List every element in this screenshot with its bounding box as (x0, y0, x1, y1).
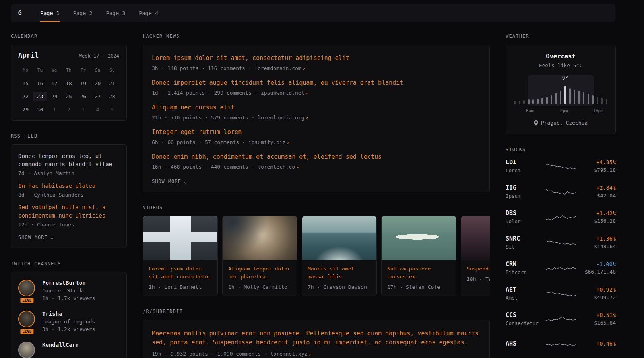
section-title-stocks: STOCKS (506, 147, 616, 152)
weather-hour-bar (588, 94, 589, 104)
external-link-icon[interactable]: ↗ (308, 351, 311, 357)
subreddit-widget: /R/SUBREDDIT Maecenas mollis pulvinar er… (143, 309, 490, 358)
videos-row: Lorem ipsum dolor sit amet consectetu… 1… (143, 216, 490, 296)
location-pin-icon (534, 120, 538, 126)
stock-row[interactable]: DBS Dolor +1.42% $156.28 (506, 209, 616, 225)
live-badge: LIVE (19, 328, 34, 335)
chevron-down-icon: ⌄ (50, 235, 54, 239)
weather-widget: WEATHER Overcast Feels like 5°C 9° 6am2p… (506, 33, 616, 134)
video-title[interactable]: Lorem ipsum dolor sit amet consectetu… (149, 265, 212, 281)
hn-meta-text: 3h · 148 points · 116 comments · loremdo… (152, 65, 301, 71)
video-title[interactable]: Aliquam tempor dolor nec pharetra… (228, 265, 291, 281)
calendar-day: 2 (62, 105, 76, 115)
channel-name[interactable]: Trisha (42, 311, 95, 317)
section-title-weather: WEATHER (506, 33, 616, 39)
app-logo[interactable]: G (11, 4, 29, 22)
video-thumbnail (382, 216, 456, 260)
weather-time-label: 2pm (560, 108, 568, 113)
stock-row[interactable]: AET Amet +0.92% $499.72 (506, 285, 616, 302)
stock-name: Bitcorn (506, 269, 545, 275)
stock-name: Consectetur (506, 320, 545, 326)
rss-widget: RSS FEED Donec tempor eros leo, ut commo… (11, 133, 127, 248)
twitch-channel[interactable]: KendallCarr (18, 342, 119, 358)
calendar-day: 29 (18, 105, 33, 115)
channel-info: Trisha League of Legends 3h · 1.2k viewe… (42, 311, 95, 332)
external-link-icon[interactable]: ↗ (287, 140, 290, 145)
stock-row[interactable]: LDI Lorem +4.35% $795.18 (506, 158, 616, 174)
video-card[interactable]: Suspendis diam 18h · Tara (461, 216, 490, 296)
tab-page-4[interactable]: Page 4 (132, 4, 165, 22)
stock-row[interactable]: CCS Consectetur +0.51% $165.84 (506, 311, 616, 327)
rss-item: In hac habitasse platea 8d · Cynthia Sau… (18, 182, 119, 198)
calendar-day-selected: 23 (33, 92, 47, 101)
stock-change: +0.92% (594, 286, 616, 293)
video-card[interactable]: Lorem ipsum dolor sit amet consectetu… 1… (143, 216, 218, 296)
channel-name[interactable]: KendallCarr (42, 342, 79, 348)
stock-row[interactable]: AHS +0.46% (506, 336, 616, 352)
show-more-label: SHOW MORE (18, 235, 48, 240)
twitch-channel[interactable]: LIVE ForrestBurton Counter-Strike 1h · 1… (18, 280, 119, 301)
video-title[interactable]: Mauris sit amet massa felis (308, 265, 371, 281)
calendar-day: 4 (90, 105, 105, 115)
stock-id: CCS Consectetur (506, 311, 545, 326)
video-card[interactable]: Aliquam tempor dolor nec pharetra… 1h · … (222, 216, 297, 296)
hn-item-title[interactable]: Donec enim nibh, condimentum et accumsan… (152, 152, 481, 161)
hn-item-title[interactable]: Aliquam nec cursus elit (152, 103, 481, 112)
video-info: Nullam posuere cursus ex 17h · Stefan Co… (382, 260, 456, 296)
stock-values: +4.35% $795.18 (594, 159, 616, 173)
avatar (18, 311, 35, 327)
stock-row[interactable]: IIG Ipsum +2.84% $42.04 (506, 183, 616, 200)
external-link-icon[interactable]: ↗ (306, 90, 308, 96)
video-info: Suspendis diam 18h · Tara (461, 260, 490, 288)
weather-hour-bar (578, 91, 580, 104)
weather-hour-bar (564, 86, 566, 104)
hn-meta-text: 1d · 1,414 points · 299 comments · ipsum… (152, 90, 305, 96)
rss-item-title[interactable]: Donec tempor eros leo, ut commodo mauris… (18, 152, 119, 169)
video-card[interactable]: Mauris sit amet massa felis 7h · Grayson… (302, 216, 377, 296)
rss-item-title[interactable]: Sed volutpat nulla nisl, a condimentum n… (18, 203, 119, 220)
stock-price: $795.18 (594, 167, 616, 173)
avatar (18, 342, 35, 358)
hn-item-title[interactable]: Donec imperdiet augue tincidunt felis al… (152, 78, 481, 87)
calendar-day: 30 (33, 105, 47, 115)
video-title[interactable]: Suspendis diam (467, 265, 490, 273)
stock-row[interactable]: SNRC Sit +1.36% $148.64 (506, 234, 616, 251)
stocks-widget: STOCKS LDI Lorem +4.35% $795.18 (506, 147, 616, 352)
rss-item-meta: 12d · Chance Jones (18, 222, 119, 228)
calendar-widget: CALENDAR April Week 17 · 2024 MoTuWeThFr… (11, 33, 127, 121)
stock-sparkline (545, 313, 576, 325)
subreddit-post-title[interactable]: Maecenas mollis pulvinar erat non posuer… (152, 329, 481, 347)
weather-hour-bar (532, 99, 534, 104)
hn-item-title[interactable]: Lorem ipsum dolor sit amet, consectetur … (152, 54, 481, 62)
stock-ticker: SNRC (506, 235, 545, 242)
weather-chart: 9° (514, 75, 607, 104)
video-title[interactable]: Nullam posuere cursus ex (387, 265, 450, 281)
section-title-rss: RSS FEED (11, 133, 127, 139)
section-title-videos: VIDEOS (143, 205, 490, 210)
tab-page-1[interactable]: Page 1 (33, 4, 66, 22)
hn-item: Aliquam nec cursus elit 21h · 710 points… (152, 103, 481, 121)
hn-item: Donec enim nibh, condimentum et accumsan… (152, 152, 481, 170)
calendar-day: 19 (76, 79, 90, 88)
twitch-channel[interactable]: LIVE Trisha League of Legends 3h · 1.2k … (18, 311, 119, 332)
tab-page-3[interactable]: Page 3 (99, 4, 132, 22)
external-link-icon[interactable]: ↗ (303, 66, 305, 71)
rss-item-title[interactable]: In hac habitasse platea (18, 182, 119, 190)
rss-show-more-button[interactable]: SHOW MORE ⌄ (18, 235, 54, 240)
weather-hour-bar (546, 97, 548, 104)
hn-show-more-button[interactable]: SHOW MORE ⌄ (152, 179, 187, 184)
live-badge: LIVE (19, 297, 34, 304)
hn-item-title[interactable]: Integer eget rutrum lorem (152, 128, 481, 136)
external-link-icon[interactable]: ↗ (296, 164, 299, 170)
stock-id: IIG Ipsum (506, 184, 545, 199)
weather-hour-bar (583, 92, 584, 104)
calendar-card: April Week 17 · 2024 MoTuWeThFrSaSu15161… (11, 45, 127, 121)
stock-change: +1.36% (594, 235, 616, 242)
weather-time-label: 6am (526, 108, 534, 113)
video-card[interactable]: Nullam posuere cursus ex 17h · Stefan Co… (381, 216, 456, 296)
external-link-icon[interactable]: ↗ (306, 115, 308, 121)
tab-page-2[interactable]: Page 2 (66, 4, 99, 22)
channel-name[interactable]: ForrestBurton (42, 280, 95, 286)
stock-row[interactable]: CRN Bitcorn -1.00% $66,171.48 (506, 260, 616, 276)
twitch-widget: TWITCH CHANNELS LIVE ForrestBurton Count… (11, 261, 127, 358)
